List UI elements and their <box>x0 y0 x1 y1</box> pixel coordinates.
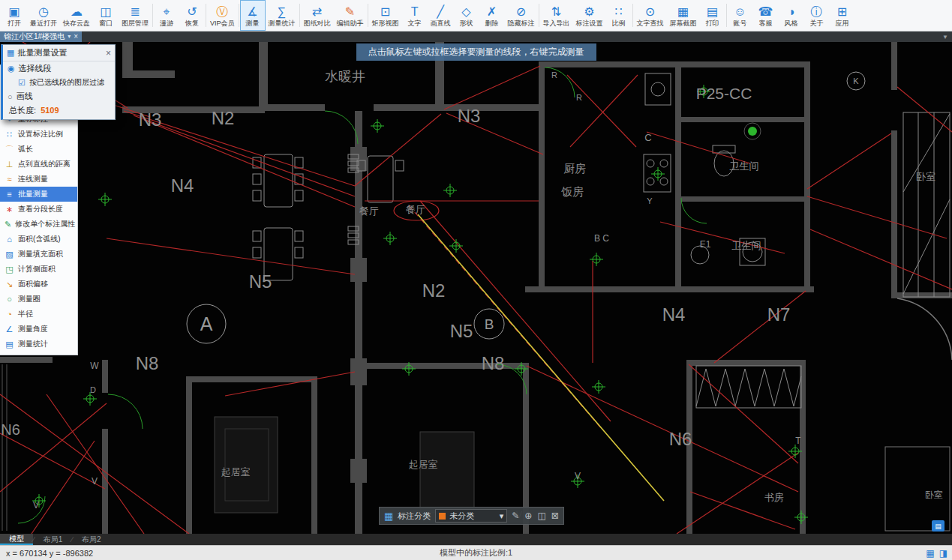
open-icon: ▣ <box>8 5 20 19</box>
sidebar-item-set-annotation-scale[interactable]: ∷设置标注比例 <box>0 127 77 142</box>
cad-label: N5 <box>450 321 473 341</box>
layout-icon[interactable]: ▦ <box>926 548 934 559</box>
vip-icon: Ⓥ <box>216 5 228 19</box>
sidebar-item-label: 批量测量 <box>18 189 48 199</box>
batch-measure-icon: ≡ <box>5 190 14 199</box>
chevron-down-icon[interactable]: ▾ <box>68 31 71 42</box>
toolbar-button-delete[interactable]: ✗删除 <box>479 0 505 31</box>
toolbar-button-text[interactable]: T文字 <box>402 0 428 31</box>
circle-labels-layer: ABK <box>187 72 865 343</box>
sidebar-item-label: 测量填充面积 <box>18 249 63 259</box>
cad-drawing[interactable]: ABK 水暖井N3N2N3N4餐厅餐厅厨房饭房卫生间卫生间P25-CCCB CE… <box>0 42 952 534</box>
toolbar-button-draw-line[interactable]: ╱画直线 <box>428 0 454 31</box>
sidebar-item-point-to-line-distance[interactable]: ⊥点到直线的距离 <box>0 157 77 172</box>
toolbar-button-measure[interactable]: ∡测量 <box>240 0 266 31</box>
modify-annotation-icon: ✎ <box>5 220 11 229</box>
toolbar-separator <box>539 4 539 27</box>
sidebar-item-label: 弧长 <box>18 144 33 154</box>
cad-label: P25-CC <box>696 85 752 102</box>
toolbar-button-import-export[interactable]: ⇅导入导出 <box>540 0 573 31</box>
panel-icon[interactable]: ◨ <box>939 548 947 559</box>
light-fixture <box>443 184 457 197</box>
measure-statistics-icon: ▤ <box>5 340 14 349</box>
toolbar-button-support[interactable]: ☎客服 <box>753 0 779 31</box>
toolbar-button-scale[interactable]: ∷比例 <box>606 0 632 31</box>
annotation-classify-bar: ▦ 标注分类 未分类 ▾ ✎⊕◫⊠ <box>379 507 564 525</box>
corner-widget[interactable]: ▤ <box>932 520 944 532</box>
toolbar-button-open[interactable]: ▣打开 <box>2 0 27 31</box>
app-window: ▣打开◷最近打开☁快存云盘◫窗口≣图层管理⌖漫游↺恢复ⓋVIP会员∡测量∑测量统… <box>0 0 952 560</box>
toolbar-button-vip[interactable]: ⓋVIP会员 <box>207 0 238 31</box>
category-dropdown[interactable]: 未分类 ▾ <box>435 509 507 523</box>
radius-icon: ◔ <box>5 310 14 319</box>
toolbar-button-edit-assistant[interactable]: ✎编辑助手 <box>334 0 367 31</box>
document-tab[interactable]: 锦江小区1#楼强电 ▾ × <box>0 31 82 42</box>
panel-option-2[interactable]: ○画线 <box>3 89 115 103</box>
copy-icon[interactable]: ◫ <box>537 511 545 521</box>
toolbar-button-style[interactable]: ◑风格 <box>779 0 804 31</box>
close-icon[interactable]: × <box>74 31 78 42</box>
panel-option-1[interactable]: ☑按已选线段的图层过滤 <box>3 76 115 89</box>
panel-close-icon[interactable]: × <box>106 48 111 58</box>
sidebar-item-segment-length[interactable]: ∗查看分段长度 <box>0 202 77 217</box>
sidebar-item-side-area[interactable]: ◳计算侧面积 <box>0 262 77 277</box>
toolbar-button-layer-manager[interactable]: ≣图层管理 <box>119 0 152 31</box>
move-icon[interactable]: ⊕ <box>524 511 532 521</box>
measure-angle-icon: ∠ <box>5 325 14 334</box>
hint-banner: 点击鼠标左键或拉框选择要测量的线段，右键完成测量 <box>356 43 596 61</box>
cad-canvas-area[interactable]: ABK 水暖井N3N2N3N4餐厅餐厅厨房饭房卫生间卫生间P25-CCCB CE… <box>0 42 952 534</box>
sheet-tab-布局1[interactable]: 布局1 <box>35 534 72 545</box>
sidebar-item-fill-area[interactable]: ▨测量填充面积 <box>0 247 77 262</box>
sidebar-item-measure-statistics[interactable]: ▤测量统计 <box>0 337 77 352</box>
toolbar-button-shapes[interactable]: ◇形状 <box>454 0 479 31</box>
sheet-tab-模型[interactable]: 模型 <box>0 534 33 545</box>
toolbar-button-hide-annotation[interactable]: ⊘隐藏标注 <box>505 0 538 31</box>
toolbar-button-recent-open[interactable]: ◷最近打开 <box>27 0 60 31</box>
toolbar-button-print[interactable]: ▤打印 <box>700 0 725 31</box>
toolbar-button-rect-view[interactable]: ⊡矩形视图 <box>369 0 402 31</box>
sidebar-item-area-with-arc[interactable]: ⌂面积(含弧线) <box>0 232 77 247</box>
toolbar-button-about[interactable]: ⓘ关于 <box>804 0 830 31</box>
cad-label: Y <box>647 196 653 205</box>
toolbar-button-text-search[interactable]: ⊙文字查找 <box>634 0 667 31</box>
panel-options: ◉选择线段☑按已选线段的图层过滤○画线 <box>3 61 115 103</box>
category-value: 未分类 <box>449 511 474 522</box>
cursor-coordinates: x = 670134 y = -896382 <box>6 549 93 558</box>
set-annotation-scale-icon: ∷ <box>5 130 14 139</box>
toolbar-button-measure-stats[interactable]: ∑测量统计 <box>266 0 299 31</box>
toolbar-button-apps[interactable]: ⊞应用 <box>830 0 855 31</box>
grid-icon[interactable]: ▦ <box>384 511 393 522</box>
edit-icon[interactable]: ✎ <box>512 511 519 521</box>
sidebar-item-measure-angle[interactable]: ∠测量角度 <box>0 322 77 337</box>
sidebar-item-batch-measure[interactable]: ≡批量测量 <box>0 187 77 202</box>
sidebar-item-arc-length[interactable]: ⌒弧长 <box>0 142 77 157</box>
toolbar-button-roam[interactable]: ⌖漫游 <box>154 0 179 31</box>
sidebar-item-radius[interactable]: ◔半径 <box>0 307 77 322</box>
toolbar-button-account[interactable]: ☺账号 <box>728 0 753 31</box>
toolbar-button-window[interactable]: ◫窗口 <box>93 0 119 31</box>
radio-icon[interactable]: ◉ <box>8 64 15 73</box>
checkbox-icon[interactable]: ☑ <box>18 78 26 88</box>
sidebar-item-label: 计算侧面积 <box>18 264 56 274</box>
sidebar-item-area-offset[interactable]: ↘面积偏移 <box>0 277 77 292</box>
panel-option-0[interactable]: ◉选择线段 <box>3 61 115 76</box>
cad-label: B C <box>594 233 609 244</box>
lock-icon[interactable]: ⊠ <box>551 511 559 521</box>
toolbar-button-drawing-compare[interactable]: ⇄图纸对比 <box>301 0 334 31</box>
cad-label: 餐厅 <box>406 204 425 215</box>
light-fixture <box>98 193 112 206</box>
cad-label: E1 <box>700 239 711 250</box>
sidebar-item-modify-annotation[interactable]: ✎修改单个标注属性 <box>0 217 77 232</box>
toolbar-separator <box>726 4 727 27</box>
batch-measure-panel: ▦ 批量测量设置 × ◉选择线段☑按已选线段的图层过滤○画线 总长度: 5109 <box>1 44 116 120</box>
toolbar-button-cloud-drive[interactable]: ☁快存云盘 <box>60 0 93 31</box>
radio-icon[interactable]: ○ <box>8 92 13 101</box>
cad-label: N2 <box>212 108 235 128</box>
toolbar-button-screenshot[interactable]: ▦屏幕截图 <box>667 0 700 31</box>
toolbar-collapse-icon[interactable]: ▼ <box>942 34 948 40</box>
sidebar-item-measure-circle[interactable]: ○测量圈 <box>0 292 77 307</box>
sheet-tab-布局2[interactable]: 布局2 <box>73 534 110 545</box>
sidebar-item-polyline-measure[interactable]: ≈连线测量 <box>0 172 77 187</box>
toolbar-button-restore[interactable]: ↺恢复 <box>179 0 205 31</box>
toolbar-button-annotation-settings[interactable]: ⚙标注设置 <box>573 0 606 31</box>
